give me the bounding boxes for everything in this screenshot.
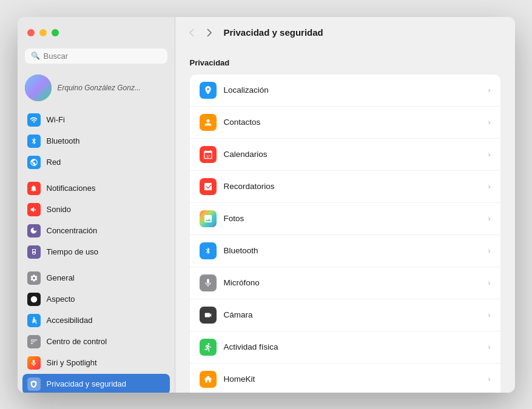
sidebar-item-tiempo[interactable]: Tiempo de uso [22, 242, 170, 262]
actividad-icon [200, 339, 217, 356]
hourglass-icon [27, 245, 41, 259]
fotos-icon [200, 210, 217, 227]
row-homekit[interactable]: HomeKit › [190, 364, 500, 393]
sidebar-item-centro[interactable]: Centro de control [22, 331, 170, 352]
app-window: 🔍 Erquino González Gonz... Wi-Fi Bluetoo… [18, 17, 515, 393]
sidebar-item-general[interactable]: General [22, 268, 170, 288]
user-name: Erquino González Gonz... [58, 84, 141, 92]
sidebar-item-red[interactable]: Red [22, 152, 170, 173]
avatar [25, 75, 52, 101]
row-localizacion[interactable]: Localización › [190, 75, 500, 107]
network-icon [27, 156, 41, 169]
row-recordatorios[interactable]: Recordatorios › [190, 171, 500, 203]
section-title-privacidad: Privacidad [190, 58, 500, 67]
sidebar-item-bluetooth[interactable]: Bluetooth [22, 131, 170, 151]
sidebar-item-label-general: General [47, 273, 75, 282]
chevron-recordatorios: › [488, 182, 491, 191]
row-label-contactos: Contactos [224, 118, 481, 127]
sidebar-item-sonido[interactable]: Sonido [22, 199, 170, 220]
sidebar-item-label-notificaciones: Notificaciones [47, 184, 96, 193]
contactos-icon [200, 114, 217, 131]
aspect-icon [27, 293, 41, 306]
wifi-icon [27, 113, 41, 127]
row-label-bluetooth: Bluetooth [224, 246, 481, 255]
svg-point-1 [33, 317, 34, 318]
microfono-icon [200, 274, 217, 291]
back-button[interactable] [185, 26, 198, 39]
sidebar-item-label-bluetooth: Bluetooth [47, 136, 80, 145]
content-area: Privacidad Localización › Contactos [175, 48, 515, 393]
row-label-camara: Cámara [224, 310, 481, 319]
search-icon: 🔍 [31, 52, 40, 60]
sidebar-item-label-aspecto: Aspecto [47, 294, 75, 304]
chevron-actividad: › [488, 343, 491, 351]
row-label-recordatorios: Recordatorios [224, 182, 481, 191]
svg-text:17: 17 [206, 154, 210, 158]
sidebar-item-label-tiempo: Tiempo de uso [47, 247, 99, 256]
row-label-homekit: HomeKit [224, 374, 481, 384]
sidebar-item-accesibilidad[interactable]: Accesibilidad [22, 310, 170, 331]
calendarios-icon: 17 [200, 146, 217, 163]
row-label-actividad: Actividad física [224, 342, 481, 351]
sidebar-titlebar [18, 17, 175, 48]
search-bar[interactable]: 🔍 [25, 48, 167, 64]
sidebar-item-wifi[interactable]: Wi-Fi [22, 110, 170, 130]
main-content: Privacidad y seguridad Privacidad Locali… [175, 17, 515, 393]
user-profile[interactable]: Erquino González Gonz... [18, 70, 175, 106]
row-bluetooth[interactable]: Bluetooth › [190, 235, 500, 267]
chevron-calendarios: › [488, 150, 491, 159]
svg-point-0 [30, 296, 37, 302]
sidebar-item-concentracion[interactable]: Concentración [22, 221, 170, 241]
bluetooth-main-icon [200, 242, 217, 259]
sidebar-item-label-red: Red [47, 158, 61, 167]
bluetooth-icon [27, 135, 41, 148]
sidebar: 🔍 Erquino González Gonz... Wi-Fi Bluetoo… [18, 17, 175, 393]
minimize-button[interactable] [39, 29, 47, 36]
row-fotos[interactable]: Fotos › [190, 203, 500, 235]
sidebar-item-label-privacidad: Privacidad y seguridad [47, 379, 127, 388]
sidebar-item-label-accesibilidad: Accesibilidad [47, 316, 93, 325]
moon-icon [27, 224, 41, 238]
recordatorios-icon [200, 178, 217, 195]
camara-icon [200, 307, 217, 324]
search-input[interactable] [44, 52, 161, 61]
forward-button[interactable] [203, 26, 217, 39]
sidebar-item-notificaciones[interactable]: Notificaciones [22, 178, 170, 199]
row-actividad[interactable]: Actividad física › [190, 331, 500, 364]
chevron-localizacion: › [488, 86, 491, 95]
sidebar-item-label-concentracion: Concentración [47, 226, 98, 235]
main-titlebar: Privacidad y seguridad [175, 17, 515, 48]
bell-icon [27, 182, 41, 195]
chevron-contactos: › [488, 118, 491, 127]
row-calendarios[interactable]: 17 Calendarios › [190, 139, 500, 171]
siri-icon [27, 356, 41, 370]
row-label-microfono: Micrófono [224, 278, 481, 287]
sidebar-item-siri[interactable]: Siri y Spotlight [22, 353, 170, 373]
page-title: Privacidad y seguridad [224, 27, 323, 38]
sidebar-item-label-centro: Centro de control [47, 337, 107, 346]
sidebar-item-aspecto[interactable]: Aspecto [22, 289, 170, 310]
row-label-fotos: Fotos [224, 214, 481, 223]
hand-icon [27, 377, 41, 391]
maximize-button[interactable] [52, 29, 59, 36]
settings-list: Localización › Contactos › 17 Calen [190, 75, 500, 393]
sliders-icon [27, 335, 41, 348]
row-camara[interactable]: Cámara › [190, 299, 500, 331]
row-label-calendarios: Calendarios [224, 150, 481, 159]
chevron-bluetooth: › [488, 247, 491, 255]
accessibility-icon [27, 314, 41, 327]
chevron-fotos: › [488, 214, 491, 223]
sidebar-item-privacidad[interactable]: Privacidad y seguridad [22, 374, 170, 393]
chevron-camara: › [488, 311, 491, 319]
gear-icon [27, 271, 41, 285]
sidebar-item-label-siri: Siri y Spotlight [47, 358, 97, 367]
close-button[interactable] [27, 29, 35, 36]
chevron-microfono: › [488, 279, 491, 287]
sidebar-list: Wi-Fi Bluetooth Red Notificacione [18, 110, 175, 393]
row-contactos[interactable]: Contactos › [190, 107, 500, 139]
row-microfono[interactable]: Micrófono › [190, 267, 500, 299]
homekit-icon [200, 371, 217, 388]
sidebar-item-label-wifi: Wi-Fi [47, 115, 65, 124]
sidebar-item-label-sonido: Sonido [47, 205, 71, 214]
sound-icon [27, 203, 41, 216]
